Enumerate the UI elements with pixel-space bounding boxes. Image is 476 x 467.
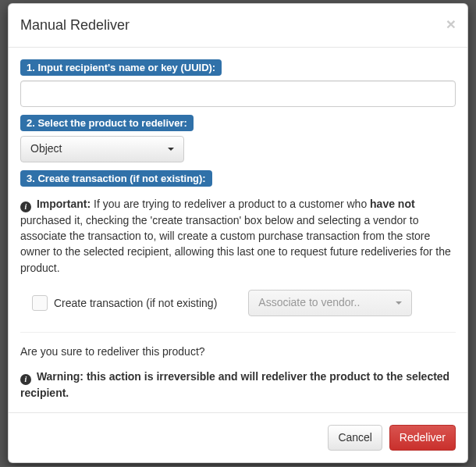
warning-text: Warning: this action is irreversible and… (20, 370, 449, 399)
step-3-label: 3. Create transaction (if not existing): (20, 170, 212, 187)
confirm-question: Are you sure to redeliver this product? (20, 345, 456, 358)
confirm-block: Are you sure to redeliver this product? … (20, 345, 456, 401)
step-2: 2. Select the product to redeliver: Obje… (20, 107, 456, 162)
step-3: 3. Create transaction (if not existing):… (20, 162, 456, 316)
step-2-label: 2. Select the product to redeliver: (20, 115, 194, 131)
important-bold: have not (370, 198, 415, 210)
modal-footer: Cancel Redeliver (9, 412, 467, 463)
chevron-down-icon (396, 301, 402, 305)
info-icon: i (20, 201, 31, 212)
important-heading: Important: (37, 198, 91, 210)
redeliver-button[interactable]: Redeliver (389, 425, 456, 451)
modal-title: Manual Redeliver (20, 16, 456, 35)
product-select-value: Object (30, 142, 62, 155)
manual-redeliver-modal: Manual Redeliver × 1. Input recipient's … (8, 3, 468, 463)
important-note: i Important: If you are trying to redeli… (20, 196, 456, 276)
info-icon: i (20, 374, 31, 385)
vendor-select[interactable]: Associate to vendor.. (248, 290, 412, 316)
chevron-down-icon (168, 148, 174, 151)
important-text-post: purchased it, checking the 'create trans… (20, 214, 451, 274)
create-transaction-checkbox[interactable] (32, 295, 48, 311)
cancel-button[interactable]: Cancel (328, 425, 382, 451)
create-transaction-row: Create transaction (if not existing) Ass… (20, 290, 456, 316)
step-1-label: 1. Input recipient's name or key (UUID): (20, 59, 222, 76)
important-text-pre: If you are trying to redeliver a product… (91, 198, 370, 210)
create-transaction-checkbox-wrap[interactable]: Create transaction (if not existing) (32, 295, 217, 311)
create-transaction-label: Create transaction (if not existing) (54, 297, 217, 309)
modal-body: 1. Input recipient's name or key (UUID):… (9, 48, 467, 412)
step-1: 1. Input recipient's name or key (UUID): (20, 59, 456, 107)
product-select[interactable]: Object (20, 136, 184, 162)
close-icon[interactable]: × (446, 16, 456, 32)
modal-header: Manual Redeliver × (9, 4, 467, 48)
recipient-input[interactable] (20, 80, 456, 107)
vendor-select-value: Associate to vendor.. (258, 296, 360, 308)
warning-note: i Warning: this action is irreversible a… (20, 369, 456, 401)
divider (20, 332, 456, 333)
